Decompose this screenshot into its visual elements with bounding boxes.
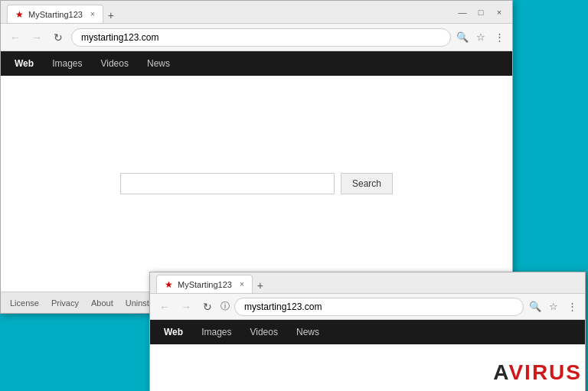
nav-tab-videos-front[interactable]: Videos xyxy=(242,324,285,340)
search-icon-back: 🔍 xyxy=(456,31,469,44)
watermark-virus: VIRUS xyxy=(508,360,582,384)
menu-icon-front[interactable]: ⋮ xyxy=(565,300,579,314)
search-icon-front: 🔍 xyxy=(528,300,542,314)
search-input-back[interactable] xyxy=(120,173,335,194)
watermark-a: A xyxy=(493,360,508,384)
address-input-back[interactable] xyxy=(71,28,451,47)
refresh-button-front[interactable]: ↻ xyxy=(199,298,216,315)
nav-tab-news-back[interactable]: News xyxy=(139,55,178,72)
maximize-button-back[interactable]: □ xyxy=(474,5,488,19)
tab-favicon-back: ★ xyxy=(15,9,24,20)
new-tab-button-back[interactable]: + xyxy=(103,8,119,23)
nav-tab-web-front[interactable]: Web xyxy=(156,324,191,340)
secure-icon-front: ⓘ xyxy=(220,300,230,313)
nav-tab-images-front[interactable]: Images xyxy=(194,324,239,340)
tab-area-front: ★ MyStarting123 × + xyxy=(156,272,579,293)
bookmark-icon-back[interactable]: ☆ xyxy=(474,31,488,44)
back-button-front[interactable]: ← xyxy=(156,298,173,315)
new-tab-button-front[interactable]: + xyxy=(253,278,268,293)
footer-about-back[interactable]: About xyxy=(91,298,113,308)
search-button-back[interactable]: Search xyxy=(341,173,393,194)
tab-label-front: MyStarting123 xyxy=(178,280,232,289)
bookmark-icon-front[interactable]: ☆ xyxy=(547,300,560,314)
forward-button-front[interactable]: → xyxy=(178,298,194,315)
menu-icon-back[interactable]: ⋮ xyxy=(492,31,506,44)
active-tab-front[interactable]: ★ MyStarting123 × xyxy=(156,275,253,293)
active-tab-back[interactable]: ★ MyStarting123 × xyxy=(7,5,103,23)
tab-close-front[interactable]: × xyxy=(240,280,244,288)
address-bar-back: ← → ↻ 🔍 ☆ ⋮ xyxy=(1,24,512,51)
tab-area-back: ★ MyStarting123 × + xyxy=(7,1,456,23)
window-controls-back: — □ × xyxy=(456,5,506,19)
nav-tab-videos-back[interactable]: Videos xyxy=(93,55,136,72)
address-input-front[interactable] xyxy=(234,298,524,316)
forward-button-back[interactable]: → xyxy=(28,29,45,46)
footer-license-back[interactable]: License xyxy=(10,298,39,308)
minimize-button-back[interactable]: — xyxy=(456,5,469,19)
nav-tab-web-back[interactable]: Web xyxy=(7,55,41,72)
back-button-back[interactable]: ← xyxy=(7,29,24,46)
address-icons-front: 🔍 ☆ ⋮ xyxy=(528,300,579,314)
footer-privacy-back[interactable]: Privacy xyxy=(51,298,79,308)
tab-close-back[interactable]: × xyxy=(90,10,95,18)
page-content-back: Search xyxy=(1,76,512,292)
tab-label-back: MyStarting123 xyxy=(28,10,83,19)
close-button-back[interactable]: × xyxy=(492,5,506,19)
nav-tabs-bar-front: Web Images Videos News xyxy=(150,320,585,344)
tab-favicon-front: ★ xyxy=(165,279,173,290)
nav-tabs-bar-back: Web Images Videos News xyxy=(1,51,512,76)
search-area-back: Search xyxy=(120,173,393,194)
avirus-watermark: AVIRUS xyxy=(493,360,582,385)
desktop: ★ MyStarting123 × + — □ × ← → ↻ 🔍 ☆ ⋮ xyxy=(0,0,588,391)
browser-window-back: ★ MyStarting123 × + — □ × ← → ↻ 🔍 ☆ ⋮ xyxy=(0,0,513,314)
nav-tab-news-front[interactable]: News xyxy=(289,324,327,340)
title-bar-back: ★ MyStarting123 × + — □ × xyxy=(1,1,512,24)
nav-tab-images-back[interactable]: Images xyxy=(44,55,90,72)
title-bar-front: ★ MyStarting123 × + xyxy=(150,272,585,294)
address-bar-front: ← → ↻ ⓘ 🔍 ☆ ⋮ xyxy=(150,294,585,320)
address-icons-back: 🔍 ☆ ⋮ xyxy=(456,31,506,44)
refresh-button-back[interactable]: ↻ xyxy=(50,29,67,46)
